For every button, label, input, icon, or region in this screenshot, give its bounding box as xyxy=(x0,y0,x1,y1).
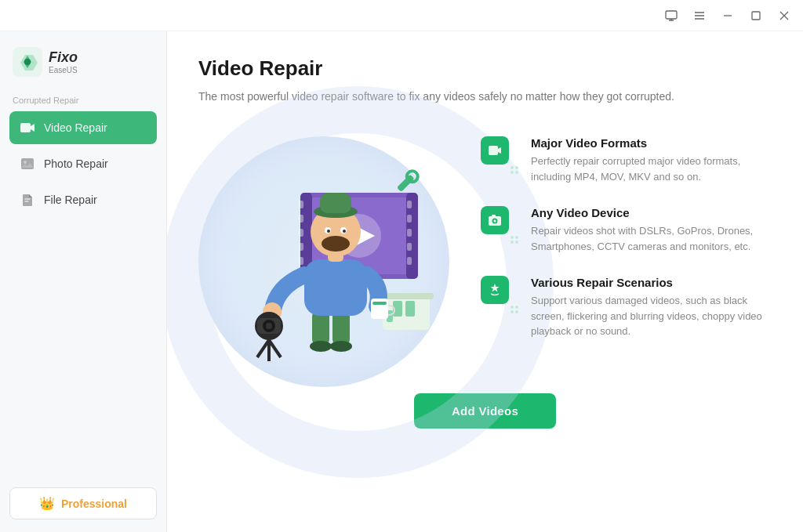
feature-icon-bg-1 xyxy=(481,136,509,165)
video-repair-icon xyxy=(19,119,36,136)
svg-rect-29 xyxy=(405,301,415,317)
crown-icon: 👑 xyxy=(39,496,55,511)
menu-button[interactable] xyxy=(687,5,712,27)
svg-rect-17 xyxy=(407,201,412,208)
feature-icon-wrap-2 xyxy=(481,206,518,244)
content-area: Major Video Formats Perfectly repair cor… xyxy=(198,130,772,368)
page-title: Video Repair xyxy=(198,56,772,81)
feature-desc-1: Perfectly repair corrupted major video f… xyxy=(531,154,772,184)
svg-rect-20 xyxy=(407,243,412,251)
svg-rect-19 xyxy=(407,229,412,237)
monitor-button[interactable] xyxy=(659,5,684,27)
decorative-dots-3 xyxy=(511,306,518,313)
svg-point-34 xyxy=(330,341,352,352)
svg-point-43 xyxy=(322,236,350,252)
decorative-dots-2 xyxy=(511,236,518,244)
feature-icon-bg-3 xyxy=(481,276,509,304)
svg-point-58 xyxy=(494,220,496,223)
close-button[interactable] xyxy=(772,5,797,27)
photo-repair-icon xyxy=(19,155,36,172)
sidebar: Fixo EaseUS Corrupted Repair Video Repai… xyxy=(0,31,167,532)
add-videos-button[interactable]: Add Videos xyxy=(414,393,556,429)
svg-rect-4 xyxy=(20,123,31,132)
sidebar-item-video-repair[interactable]: Video Repair xyxy=(9,111,157,144)
svg-point-46 xyxy=(327,230,330,233)
svg-point-3 xyxy=(24,59,31,65)
feature-desc-2: Repair videos shot with DSLRs, GoPros, D… xyxy=(531,223,772,254)
svg-rect-13 xyxy=(299,215,303,223)
page-description: The most powerful video repair software … xyxy=(198,89,772,105)
feature-icon-wrap-3 xyxy=(481,276,518,313)
svg-rect-35 xyxy=(304,259,367,316)
main-content: Video Repair The most powerful video rep… xyxy=(167,31,803,532)
svg-line-51 xyxy=(269,340,281,357)
professional-button[interactable]: 👑 Professional xyxy=(9,487,157,519)
svg-point-47 xyxy=(343,230,346,233)
add-videos-section: Add Videos xyxy=(198,393,772,429)
app-brand: EaseUS xyxy=(49,66,78,74)
video-repair-label: Video Repair xyxy=(44,121,107,134)
features-list: Major Video Formats Perfectly repair cor… xyxy=(481,130,772,339)
feature-text-3: Various Repair Scenarios Support various… xyxy=(531,276,772,339)
app-logo-icon xyxy=(13,47,42,77)
svg-point-33 xyxy=(310,341,332,352)
svg-point-6 xyxy=(24,161,27,164)
feature-title-3: Various Repair Scenarios xyxy=(531,276,772,289)
svg-rect-14 xyxy=(299,229,303,237)
feature-desc-3: Support various damaged videos, such as … xyxy=(531,293,772,339)
maximize-button[interactable] xyxy=(743,5,768,27)
titlebar xyxy=(0,0,803,31)
window-controls xyxy=(659,5,797,27)
svg-rect-42 xyxy=(320,193,351,213)
file-repair-icon xyxy=(19,191,36,208)
logo-text: Fixo EaseUS xyxy=(49,49,78,74)
svg-rect-16 xyxy=(299,257,303,265)
svg-rect-21 xyxy=(407,257,412,265)
file-repair-label: File Repair xyxy=(44,194,97,206)
feature-icon-bg-2 xyxy=(481,206,509,234)
svg-rect-15 xyxy=(299,243,303,251)
app-layout: Fixo EaseUS Corrupted Repair Video Repai… xyxy=(0,31,803,532)
camera-icon xyxy=(487,212,503,228)
illustration-area xyxy=(198,130,449,368)
video-format-icon xyxy=(487,143,503,158)
logo-area: Fixo EaseUS xyxy=(9,44,157,80)
svg-rect-12 xyxy=(299,201,303,208)
feature-major-formats: Major Video Formats Perfectly repair cor… xyxy=(481,136,772,184)
svg-rect-55 xyxy=(489,146,498,155)
svg-rect-37 xyxy=(371,299,388,319)
svg-rect-18 xyxy=(407,215,412,223)
repair-icon xyxy=(487,282,503,298)
photo-repair-label: Photo Repair xyxy=(44,157,108,170)
feature-icon-wrap-1 xyxy=(481,136,518,174)
sidebar-item-file-repair[interactable]: File Repair xyxy=(9,183,157,216)
feature-text-2: Any Video Device Repair videos shot with… xyxy=(531,206,772,254)
feature-title-1: Major Video Formats xyxy=(531,136,772,150)
minimize-button[interactable] xyxy=(715,5,740,27)
svg-rect-59 xyxy=(492,215,496,217)
svg-point-54 xyxy=(266,323,272,329)
feature-any-device: Any Video Device Repair videos shot with… xyxy=(481,206,772,254)
illustration-svg xyxy=(198,130,449,365)
svg-rect-1 xyxy=(752,12,760,20)
sidebar-item-photo-repair[interactable]: Photo Repair xyxy=(9,147,157,180)
svg-line-49 xyxy=(257,340,269,357)
feature-title-2: Any Video Device xyxy=(531,206,772,219)
feature-repair-scenarios: Various Repair Scenarios Support various… xyxy=(481,276,772,339)
section-label: Corrupted Repair xyxy=(9,96,157,105)
feature-text-1: Major Video Formats Perfectly repair cor… xyxy=(531,136,772,184)
pro-label: Professional xyxy=(61,498,127,510)
app-name: Fixo xyxy=(49,49,78,66)
svg-rect-38 xyxy=(372,302,387,305)
decorative-dots-1 xyxy=(511,166,518,174)
svg-rect-0 xyxy=(666,11,677,19)
